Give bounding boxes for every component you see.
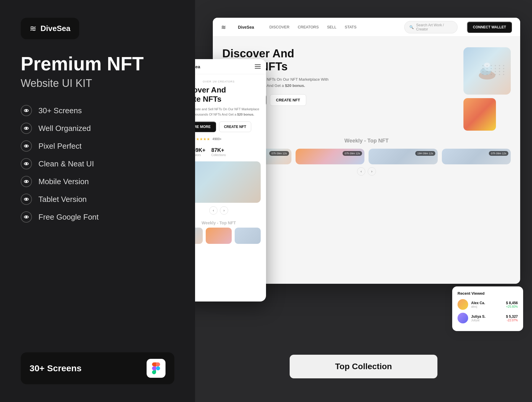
top-collection-section: Top Collection <box>290 355 437 378</box>
mobile-nft-card: Sun-Glass ♦ 1.75 PLACE BID <box>206 228 232 244</box>
feature-label: 30+ Screens <box>38 106 82 115</box>
nft-card-image: 07h 09m 12s <box>442 149 511 164</box>
timer-badge: 07h 09m 12s <box>269 151 289 156</box>
nft-card-image: 07h 09m 12s <box>296 149 365 164</box>
hero-subtitle: Website UI KIT <box>21 77 174 90</box>
stat-label: Creators <box>195 153 205 157</box>
dots-decoration <box>482 65 505 75</box>
mobile-nft-image <box>206 228 232 244</box>
feature-label: Clean & Neat UI <box>38 159 94 168</box>
nft-card: 07h 09m 12s NuEvey Digital Art ♦ 1.25 PL… <box>442 149 511 164</box>
mobile-hero: OVER 1M CREATORS Discover AndCreate NFTs… <box>195 74 266 147</box>
desktop-nav: ≋ DiveSea DISCOVER CREATORS SELL STATS 🔍… <box>213 18 520 37</box>
nft-card-image: 19H 09m 12s <box>369 149 438 164</box>
mobile-brand-name: DiveSea <box>195 64 200 69</box>
mobile-nft-cards: Sun-Glass ♦ 1.75 PLACE BID Sun-Glass ♦ 1… <box>195 228 266 244</box>
hero-title: Premium NFT <box>21 54 174 74</box>
waves-icon: ≋ <box>30 24 36 33</box>
nav-search-box[interactable]: 🔍 Search Art Work / Creator <box>404 21 458 33</box>
recent-viewed-panel: Recent Viewed Alex Ca. alexj $ 8,456 +25… <box>452 286 523 331</box>
recent-item: Alex Ca. alexj $ 8,456 +25.60% <box>458 299 518 310</box>
top-collection-title: Top Collection <box>290 355 437 378</box>
mobile-nft-card: Sun-Glass ♦ 1.75 PLACE BID <box>195 228 203 244</box>
nft-card: 19H 09m 12s NuEvey Digital Art ♦ 1.25 PL… <box>369 149 438 164</box>
search-icon: 🔍 <box>409 25 414 29</box>
mobile-weekly-title: Weekly - Top NFT <box>195 218 266 228</box>
recent-name: Juliya S. <box>471 315 486 319</box>
recent-item: Juliya S. Juliyat $ 5,327 -22.07% <box>458 313 518 323</box>
feature-item: Well Organized <box>21 123 174 134</box>
mobile-stat-item: 159K+ Creators <box>195 147 205 157</box>
mobile-nav: ≋ DiveSea <box>195 59 266 74</box>
eye-icon <box>21 140 32 152</box>
mobile-stat-item: 87K+ Collections <box>211 147 226 157</box>
nav-creators[interactable]: CREATORS <box>298 25 319 29</box>
mobile-hero-image <box>195 161 261 203</box>
mobile-nft-image <box>235 228 261 244</box>
nav-discover[interactable]: DISCOVER <box>269 25 289 29</box>
mobile-nft-image <box>195 228 203 244</box>
avatar <box>458 313 468 323</box>
bottom-banner: 30+ Screens <box>21 352 174 384</box>
right-panel: ≋ DiveSea OVER 1M CREATORS Discover AndC… <box>195 0 532 402</box>
hamburger-menu[interactable] <box>255 64 261 69</box>
feature-item: Pixel Perfect <box>21 140 174 152</box>
desktop-waves-icon: ≋ <box>221 24 226 31</box>
feature-label: Free Google Font <box>38 213 99 222</box>
timer-badge: 19H 09m 12s <box>415 151 435 156</box>
avatar <box>458 299 468 310</box>
feature-item: Free Google Font <box>21 211 174 223</box>
feature-item: 30+ Screens <box>21 105 174 116</box>
mobile-hero-desc: Discover, Create and Sell NFTs On Our NF… <box>195 107 261 117</box>
feature-item: Tablet Version <box>21 194 174 205</box>
eye-icon <box>21 211 32 223</box>
feature-label: Tablet Version <box>38 195 87 204</box>
prev-arrow[interactable]: ‹ <box>357 167 365 176</box>
eye-icon <box>21 123 32 134</box>
recent-value: $ 5,327 -22.07% <box>506 315 518 322</box>
figma-icon <box>147 359 166 378</box>
nav-sell[interactable]: SELL <box>327 25 336 29</box>
mobile-nav-arrows: ‹ › <box>195 206 266 215</box>
recent-item-info: Juliya S. Juliyat <box>458 313 506 323</box>
feature-item: Clean & Neat UI <box>21 158 174 169</box>
orange-image <box>463 98 496 131</box>
recent-name: Alex Ca. <box>471 301 485 305</box>
mobile-logo: ≋ DiveSea <box>195 64 200 69</box>
next-arrow[interactable]: › <box>368 167 376 176</box>
desktop-brand-name: DiveSea <box>238 25 254 30</box>
screens-label: 30+ Screens <box>30 363 82 373</box>
stars-icon: ★★★★★ <box>195 137 210 141</box>
mobile-explore-button[interactable]: EXPLORE MORE <box>195 121 216 132</box>
mobile-browser: ≋ DiveSea OVER 1M CREATORS Discover AndC… <box>195 59 266 302</box>
reviews-count: 4900+ <box>213 137 222 141</box>
mobile-over-label: OVER 1M CREATORS <box>195 80 261 83</box>
brand-name: DiveSea <box>40 24 70 33</box>
mobile-hero-buttons: EXPLORE MORE CREATE NFT <box>195 121 261 132</box>
prev-arrow[interactable]: ‹ <box>209 206 218 215</box>
recent-sub: alexj <box>471 305 485 308</box>
trustpilot-row: Trustpilot ★★★★★ 4900+ <box>195 137 261 141</box>
next-arrow[interactable]: › <box>220 206 228 215</box>
desktop-hero-images <box>463 47 511 131</box>
recent-value: $ 8,456 +25.60% <box>506 301 518 308</box>
feature-list: 30+ Screens Well Organized Pixel Perfect… <box>21 105 174 223</box>
eye-icon <box>21 194 32 205</box>
feature-item: Mobile Version <box>21 176 174 187</box>
feature-label: Mobile Version <box>38 177 89 186</box>
search-placeholder: Search Art Work / Creator <box>416 23 452 31</box>
connect-wallet-button[interactable]: CONNECT WALLET <box>467 22 512 33</box>
mobile-stats: K+ 159K+ Creators 87K+ Collections <box>195 147 266 161</box>
recent-viewed-title: Recent Viewed <box>458 291 518 296</box>
feature-label: Well Organized <box>38 124 91 133</box>
mobile-nft-card: NuEvey ♦ 1.25 PLACE BID <box>235 228 261 244</box>
nav-stats[interactable]: STATS <box>345 25 356 29</box>
create-nft-button[interactable]: CREATE NFT <box>270 94 306 106</box>
hero-image-orange <box>463 98 496 131</box>
recent-change: +25.60% <box>506 305 518 308</box>
mobile-create-button[interactable]: CREATE NFT <box>219 121 251 132</box>
timer-badge: 07h 09m 12s <box>489 151 508 156</box>
mobile-hero-title: Discover AndCreate NFTs <box>195 85 261 104</box>
desktop-nav-links: DISCOVER CREATORS SELL STATS <box>269 25 395 29</box>
recent-amount: $ 5,327 <box>506 315 518 319</box>
